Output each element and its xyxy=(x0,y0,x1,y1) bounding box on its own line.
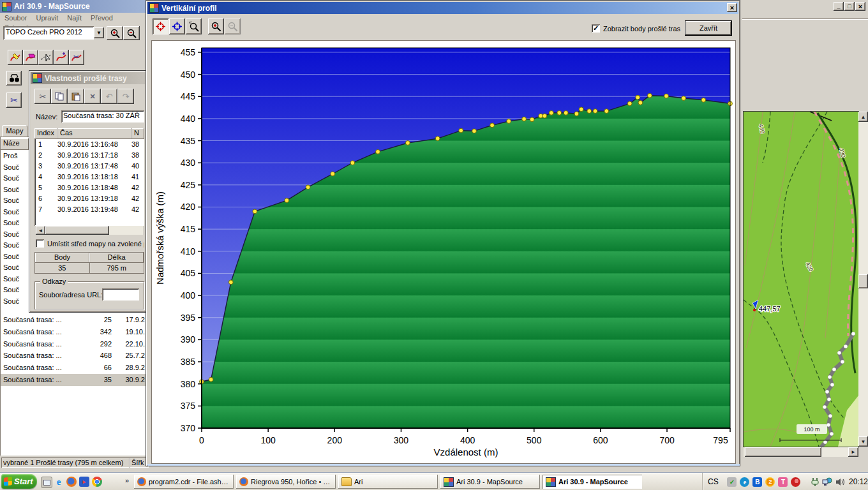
zoom-region-tool-button[interactable] xyxy=(186,19,202,34)
track-row[interactable]: Současná trasa: ...6628.9.2 xyxy=(1,362,146,374)
select-track-tool-button[interactable] xyxy=(38,50,54,65)
table-scroll-thumb[interactable] xyxy=(45,226,109,235)
left-list-row[interactable]: Souč xyxy=(1,274,29,285)
tray-messenger-icon[interactable]: T xyxy=(778,477,788,487)
elevation-profile-chart[interactable]: 3703753803853903954004054104154204254304… xyxy=(152,41,735,463)
profile-close-button[interactable]: × xyxy=(727,3,737,12)
left-list-row[interactable]: Souč xyxy=(1,229,29,241)
col-altitude[interactable]: N xyxy=(131,128,144,139)
taskbar-item[interactable]: Ari xyxy=(338,475,438,489)
left-list-row[interactable]: Souč xyxy=(1,184,29,196)
zoom-out-tool-button[interactable] xyxy=(123,26,140,40)
trackpoint-row[interactable]: 330.9.2016 13:17:4840 xyxy=(34,161,144,172)
left-list-row[interactable]: Souč xyxy=(1,285,29,296)
props-copy-button[interactable] xyxy=(51,89,68,104)
show-points-option[interactable]: ✓ Zobrazit body prošlé tras xyxy=(592,24,680,33)
map-horizontal-scrollbar[interactable]: ► xyxy=(744,447,858,457)
menu-převod[interactable]: Převod xyxy=(86,13,117,23)
media-player-icon[interactable]: ▸ xyxy=(79,477,89,487)
profile-zoom-out-button[interactable] xyxy=(225,19,241,34)
mdi-restore-button[interactable]: □ xyxy=(844,2,855,11)
tray-antivirus-icon[interactable]: e xyxy=(740,477,749,487)
scroll-up-button[interactable]: ▲ xyxy=(858,112,868,122)
trackpoint-row[interactable]: 430.9.2016 13:18:1841 xyxy=(34,172,144,182)
find-places-button[interactable] xyxy=(6,71,22,85)
trackpoint-row[interactable]: 130.9.2016 13:16:4838 xyxy=(34,139,144,150)
select-point-tool-button[interactable] xyxy=(169,19,185,34)
left-list-row[interactable]: Souč xyxy=(1,218,29,229)
center-map-option[interactable]: Umístit střed mapy na zvolené p xyxy=(36,239,144,248)
track-row[interactable]: Současná trasa: ...2517.9.2 xyxy=(1,314,146,326)
vertical-scroll-thumb[interactable] xyxy=(858,274,868,288)
left-list-row[interactable]: Souč xyxy=(1,262,29,274)
scroll-down-button[interactable]: ▼ xyxy=(858,436,868,447)
left-list-row[interactable]: Souč xyxy=(1,240,29,251)
url-field[interactable] xyxy=(102,288,139,301)
menu-najít[interactable]: Najít xyxy=(63,13,86,23)
track-row[interactable]: Současná trasa: ...29222.10. xyxy=(1,338,146,350)
left-list-row[interactable]: Souč xyxy=(1,207,29,218)
left-list-header[interactable]: Náze xyxy=(1,138,29,150)
trackpoint-row[interactable]: 730.9.2016 13:19:4842 xyxy=(34,204,144,215)
taskbar-item[interactable]: Ari 30.9 - MapSource xyxy=(542,475,642,489)
center-map-checkbox[interactable] xyxy=(36,239,44,248)
tray-usb-icon[interactable]: ✓ xyxy=(727,477,737,487)
props-paste-button[interactable] xyxy=(68,89,84,104)
col-index[interactable]: Index xyxy=(34,128,57,139)
track-row[interactable]: Současná trasa: ...34219.10. xyxy=(1,326,146,338)
props-redo-button[interactable]: ↷ xyxy=(117,89,134,104)
close-profile-button[interactable]: Zavřít xyxy=(685,20,732,36)
menu-soubor[interactable]: Soubor xyxy=(0,13,31,23)
left-list-row[interactable]: Souč xyxy=(1,296,29,308)
add-track-tool-button[interactable] xyxy=(54,50,69,65)
tray-network-icon[interactable] xyxy=(822,477,832,487)
internet-explorer-icon[interactable]: e xyxy=(54,477,64,487)
tray-security-icon[interactable] xyxy=(791,477,800,487)
taskbar-item[interactable]: program2.cdr - File.ashx... xyxy=(134,475,234,489)
mdi-close-button[interactable]: × xyxy=(855,2,865,11)
left-list-row[interactable]: Souč xyxy=(1,173,29,184)
firefox-icon[interactable] xyxy=(66,477,77,487)
scroll-left-button[interactable]: ◄ xyxy=(36,226,45,235)
mdi-minimize-button[interactable]: _ xyxy=(834,2,844,11)
main-window-titlebar[interactable]: Ari 30.9 - MapSource xyxy=(0,0,147,13)
track-name-field[interactable]: Současná trasa: 30 ZÁŘ xyxy=(61,110,144,122)
map-view[interactable]: 440 430 420 447,57 100 m xyxy=(744,112,858,447)
trackpoint-row[interactable]: 230.9.2016 13:17:1838 xyxy=(34,150,144,161)
col-time[interactable]: Čas xyxy=(57,128,131,139)
start-button[interactable]: Start xyxy=(1,474,37,489)
taskbar-item[interactable]: Riegrova 950, Hořice • M... xyxy=(236,475,336,489)
cut-button-main[interactable]: ✂ xyxy=(6,93,22,108)
trackpoint-row[interactable]: 530.9.2016 13:18:4842 xyxy=(34,182,144,193)
quick-launch-overflow[interactable]: » xyxy=(125,477,129,484)
scroll-right-button[interactable]: ► xyxy=(848,447,858,457)
properties-dialog-titlebar[interactable]: Vlastnosti prošlé trasy xyxy=(31,72,145,84)
profile-zoom-in-button[interactable] xyxy=(208,19,224,34)
track-row[interactable]: Současná trasa: ...3530.9.2 xyxy=(1,374,146,386)
tray-volume-icon[interactable] xyxy=(835,477,844,487)
show-desktop-icon[interactable] xyxy=(41,477,52,488)
left-list-row[interactable]: Proš xyxy=(1,151,29,162)
horizontal-scroll-thumb[interactable] xyxy=(745,447,821,457)
show-points-checkbox[interactable]: ✓ xyxy=(592,24,600,33)
pan-track-tool-button[interactable] xyxy=(153,19,168,34)
props-delete-button[interactable]: ✕ xyxy=(84,89,101,104)
language-indicator[interactable]: CS xyxy=(708,477,719,486)
props-cut-button[interactable]: ✂ xyxy=(34,89,51,104)
table-horizontal-scrollbar[interactable]: ◄ xyxy=(36,226,143,235)
split-track-tool-button[interactable]: ✂ xyxy=(69,50,84,65)
zoom-in-tool-button[interactable] xyxy=(107,26,123,40)
menu-upravit[interactable]: Upravit xyxy=(31,13,63,23)
tray-updates-icon[interactable]: 2 xyxy=(765,477,775,487)
tray-bluetooth-icon[interactable]: B xyxy=(752,477,762,487)
track-row[interactable]: Současná trasa: ...46825.7.2 xyxy=(1,350,146,362)
chrome-icon[interactable] xyxy=(92,477,102,487)
props-undo-button[interactable]: ↶ xyxy=(101,89,117,104)
left-list-row[interactable]: Souč xyxy=(1,251,29,263)
map-vertical-scrollbar[interactable]: ▲ ▼ xyxy=(858,112,868,447)
map-product-combo[interactable]: TOPO Czech PRO 2012 xyxy=(3,26,94,40)
tray-power-icon[interactable] xyxy=(811,477,819,487)
erase-tool-button[interactable] xyxy=(23,50,38,65)
trackpoint-row[interactable]: 630.9.2016 13:19:1842 xyxy=(34,193,144,204)
profile-titlebar[interactable]: Vertikální profil × xyxy=(147,2,738,14)
